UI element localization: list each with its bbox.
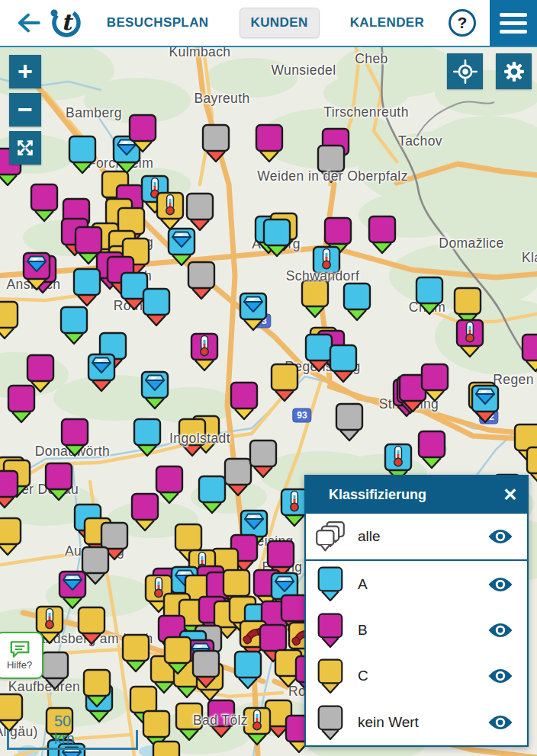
locate-button[interactable] <box>447 53 483 89</box>
tab-besuchsplan[interactable]: BESUCHSPLAN <box>96 8 220 37</box>
customer-pin-B-thermo[interactable] <box>455 318 485 359</box>
map-label: Weiden in der Oberpfalz <box>257 168 408 184</box>
customer-pin-N[interactable] <box>186 260 217 301</box>
customer-pin-B[interactable] <box>29 182 59 223</box>
customer-pin-B[interactable] <box>6 383 37 424</box>
customer-pin-C[interactable] <box>162 635 193 676</box>
map-label: Bayreuth <box>194 91 249 107</box>
map-label: Domažlice <box>439 235 503 251</box>
customer-pin-A[interactable] <box>132 417 162 458</box>
customer-pin-B-gem[interactable] <box>21 251 52 292</box>
tab-kunden[interactable]: KUNDEN <box>240 8 320 38</box>
customer-pin-C[interactable] <box>76 605 107 646</box>
customer-pin-B[interactable] <box>520 332 537 373</box>
customer-pin-B[interactable] <box>43 461 74 502</box>
class-b-pin-icon <box>314 612 347 649</box>
customer-pin-N[interactable] <box>248 438 278 479</box>
customer-pin-C-thermo[interactable] <box>155 191 185 232</box>
close-icon[interactable]: ✕ <box>494 479 527 512</box>
customer-pin-N[interactable] <box>334 402 365 443</box>
fullscreen-expand-icon <box>12 135 38 161</box>
customer-pin-B[interactable] <box>130 492 160 533</box>
zoom-out-button[interactable]: − <box>9 93 41 127</box>
customer-pin-B[interactable] <box>367 214 397 255</box>
map-label: Tachov <box>398 133 442 149</box>
legend-label: alle <box>358 528 487 545</box>
legend-row-b[interactable]: B <box>306 607 527 653</box>
customer-pin-B[interactable] <box>229 380 259 421</box>
legend-label: A <box>358 576 487 593</box>
nav-tabs: BESUCHSPLAN KUNDEN KALENDER <box>82 8 449 38</box>
back-button[interactable] <box>11 5 46 40</box>
customer-pin-A-gem[interactable] <box>238 291 268 332</box>
panel-title: Klassifizierung <box>329 487 494 503</box>
customer-pin-C[interactable] <box>0 692 24 733</box>
customer-pin-C[interactable] <box>0 516 23 557</box>
legend-label: C <box>358 668 487 684</box>
logo-letter: t <box>61 9 73 35</box>
map-label: Bad Tölz <box>193 713 248 729</box>
customer-pin-B[interactable] <box>0 469 20 510</box>
hilfe-label: Hilfe? <box>7 659 32 671</box>
customer-pin-C[interactable] <box>151 739 182 756</box>
eye-visibility-icon[interactable] <box>487 714 513 731</box>
customer-pin-C[interactable] <box>82 668 112 709</box>
customer-pin-A[interactable] <box>67 134 98 175</box>
tab-kalender[interactable]: KALENDER <box>339 8 436 37</box>
customer-pin-A-gem[interactable] <box>86 352 117 393</box>
customer-pin-A[interactable] <box>141 287 172 328</box>
legend-row-alle[interactable]: alle <box>306 514 527 561</box>
customer-pin-A[interactable] <box>233 649 263 690</box>
map-label: Wunsiedel <box>272 62 336 78</box>
customer-pin-A-gem[interactable] <box>140 370 170 411</box>
customer-pin-B[interactable] <box>420 362 450 403</box>
customer-pin-N[interactable] <box>201 123 231 164</box>
hilfe-button[interactable]: Hilfe? <box>0 632 43 679</box>
help-button[interactable]: ? <box>449 9 476 37</box>
customer-pin-A[interactable] <box>328 343 359 384</box>
map[interactable]: + − <box>0 47 537 756</box>
map-label: Tirschenreuth <box>323 104 409 120</box>
panel-header: Klassifizierung ✕ <box>306 476 527 514</box>
customer-pin-B[interactable] <box>59 417 90 458</box>
customer-pin-B-thermo[interactable] <box>189 332 220 373</box>
eye-visibility-icon[interactable] <box>487 528 513 545</box>
eye-visibility-icon[interactable] <box>487 576 513 593</box>
customer-pin-A[interactable] <box>72 267 102 308</box>
customer-pin-C[interactable] <box>300 278 330 319</box>
map-label: Bamberg <box>66 105 122 121</box>
customer-pin-A[interactable] <box>262 217 292 258</box>
customer-pin-N[interactable] <box>191 649 221 690</box>
customer-pin-C[interactable] <box>269 362 300 403</box>
customer-pin-B[interactable] <box>416 429 447 470</box>
top-navigation-bar: t BESUCHSPLAN KUNDEN KALENDER ? <box>0 0 537 47</box>
customer-pin-B[interactable] <box>254 123 285 164</box>
map-label: Kulmbach <box>169 47 230 60</box>
legend-row-a[interactable]: A <box>306 561 527 607</box>
customer-pin-A[interactable] <box>414 275 445 316</box>
legend-row-c[interactable]: C <box>306 653 527 699</box>
customer-pin-A[interactable] <box>342 281 372 322</box>
customer-pin-B[interactable] <box>127 113 158 154</box>
hamburger-menu-button[interactable] <box>490 0 537 46</box>
zoom-in-button[interactable]: + <box>9 55 41 88</box>
customer-pin-C[interactable] <box>0 300 20 341</box>
hamburger-icon <box>500 13 527 17</box>
map-label: Schwandorf <box>286 268 359 284</box>
customer-pin-N[interactable] <box>40 650 70 691</box>
customer-pin-A[interactable] <box>59 305 89 346</box>
gear-icon <box>500 57 529 86</box>
app-logo: t <box>49 6 82 40</box>
fullscreen-button[interactable] <box>9 131 41 165</box>
legend-row-kein-wert[interactable]: kein Wert <box>306 700 527 745</box>
customer-pin-C[interactable] <box>121 633 151 674</box>
eye-visibility-icon[interactable] <box>487 668 513 684</box>
back-arrow-icon <box>14 8 43 37</box>
eye-visibility-icon[interactable] <box>487 622 513 639</box>
legend-label: B <box>358 622 487 639</box>
crosshair-target-icon <box>452 58 479 85</box>
stacked-pins-icon <box>314 521 347 552</box>
map-label: Klatovy <box>522 250 537 266</box>
settings-button[interactable] <box>496 53 532 89</box>
customer-pin-A-gem[interactable] <box>470 383 500 424</box>
